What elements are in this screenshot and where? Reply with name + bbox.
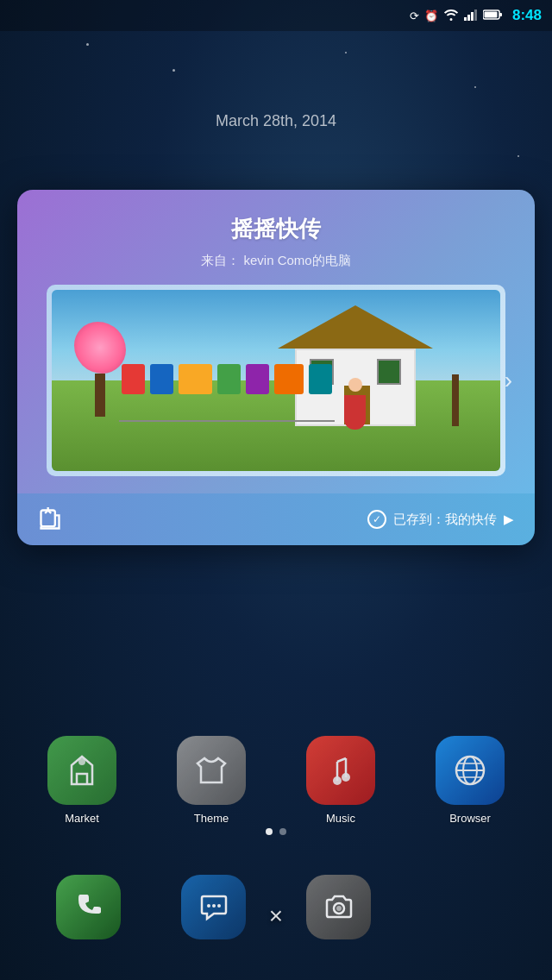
battery-icon	[483, 9, 502, 23]
figure	[344, 378, 366, 430]
camera-icon	[323, 891, 354, 922]
theme-label: Theme	[194, 812, 229, 825]
camera-dock-item[interactable]	[306, 875, 371, 939]
svg-point-9	[333, 776, 342, 785]
modal-footer: ✓ 已存到：我的快传 ▶	[17, 493, 535, 545]
app-item-browser[interactable]: Browser	[436, 736, 505, 825]
share-button[interactable]	[38, 507, 62, 531]
cloth-6	[274, 364, 304, 394]
modal-header: 摇摇快传 来自： kevin Como的电脑	[17, 190, 535, 493]
tree-trunk	[95, 374, 105, 417]
modal-card: 摇摇快传 来自： kevin Como的电脑	[17, 190, 535, 545]
cloth-4	[217, 364, 241, 394]
svg-point-8	[78, 758, 85, 765]
date-display: March 28th, 2014	[0, 112, 552, 130]
svg-rect-6	[484, 11, 497, 17]
rotate-icon: ⟳	[410, 9, 419, 22]
svg-rect-0	[464, 17, 467, 21]
status-time: 8:48	[512, 7, 542, 24]
app-item-market[interactable]: Market	[47, 736, 116, 825]
browser-icon[interactable]	[436, 736, 505, 805]
cloth-5	[246, 364, 269, 394]
svg-rect-5	[499, 13, 502, 16]
page-dots	[0, 828, 552, 835]
browser-label: Browser	[449, 812, 491, 825]
bare-tree	[447, 374, 464, 426]
signal-icon	[464, 9, 478, 23]
phone-dock-item[interactable]	[56, 875, 121, 939]
svg-rect-1	[467, 15, 470, 21]
dock-empty-slot	[431, 875, 496, 939]
svg-point-17	[212, 904, 216, 908]
cloth-3	[179, 364, 212, 394]
house-window-right	[377, 359, 401, 385]
checkmark: ✓	[373, 513, 381, 525]
music-icon[interactable]	[306, 736, 375, 805]
music-icon-svg	[322, 751, 360, 789]
check-circle-icon: ✓	[367, 510, 386, 529]
figure-dress	[344, 395, 366, 430]
status-bar: ⟳ ⏰ 8:48	[0, 0, 552, 31]
status-icons: ⟳ ⏰ 8:48	[410, 7, 542, 24]
main-image	[52, 290, 500, 471]
svg-rect-2	[471, 12, 474, 21]
painting-scene	[52, 290, 500, 471]
share-icon	[38, 507, 62, 531]
cloth-7	[309, 364, 332, 394]
market-icon-svg	[65, 753, 99, 788]
alarm-icon: ⏰	[424, 9, 438, 22]
pink-tree	[74, 339, 126, 417]
clothes-line-rope	[119, 420, 335, 422]
svg-point-16	[207, 904, 210, 908]
phone-icon	[73, 891, 104, 922]
figure-head	[348, 378, 362, 392]
bare-trunk	[452, 374, 459, 426]
chat-dock-item[interactable]	[181, 875, 246, 939]
saved-label: 已存到：我的快传	[393, 512, 497, 528]
house-roof	[278, 305, 433, 349]
dot-1	[266, 828, 273, 835]
chevron-right-icon[interactable]: ›	[505, 367, 512, 394]
svg-rect-7	[41, 511, 55, 527]
wifi-icon	[443, 9, 459, 23]
theme-icon-svg	[192, 751, 230, 789]
cloth-2	[150, 364, 173, 394]
dot-2	[279, 828, 286, 835]
close-button[interactable]: ×	[269, 902, 283, 930]
svg-point-18	[217, 904, 221, 908]
saved-status[interactable]: ✓ 已存到：我的快传 ▶	[367, 510, 514, 529]
app-item-music[interactable]: Music	[306, 736, 375, 825]
modal-title: 摇摇快传	[38, 214, 514, 244]
app-item-theme[interactable]: Theme	[177, 736, 246, 825]
chat-icon	[198, 891, 229, 922]
svg-point-10	[342, 773, 350, 782]
svg-point-20	[336, 906, 342, 911]
browser-icon-svg	[451, 751, 489, 789]
theme-icon[interactable]	[177, 736, 246, 805]
cloth-1	[122, 364, 145, 394]
app-grid: Market Theme Music	[0, 736, 552, 825]
modal-subtitle: 来自： kevin Como的电脑	[38, 253, 514, 269]
market-icon[interactable]	[47, 736, 116, 805]
image-container: ›	[47, 285, 505, 476]
arrow-right-icon: ▶	[504, 512, 514, 527]
market-label: Market	[65, 812, 99, 825]
svg-rect-3	[474, 9, 477, 21]
music-label: Music	[326, 812, 355, 825]
